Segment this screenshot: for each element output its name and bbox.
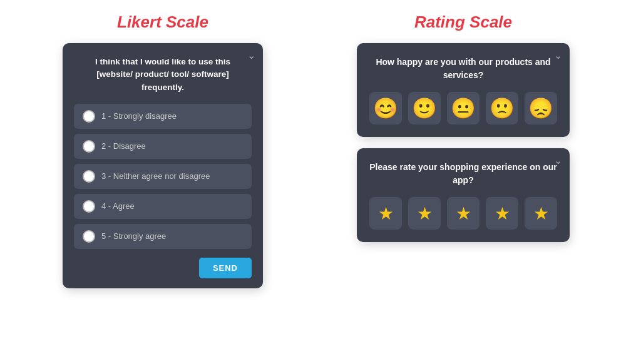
emoji-btn-4[interactable]: 🙁 [486,92,518,124]
option-4-label: 4 - Agree [101,201,135,211]
rating-section: Rating Scale ⌄ How happy are you with ou… [326,13,601,351]
likert-question: I think that I would like to use this [w… [74,56,252,94]
option-5[interactable]: 5 - Strongly agree [74,224,252,249]
likert-title: Likert Scale [117,13,208,32]
star-rating-card: ⌄ Please rate your shopping experience o… [357,148,570,242]
radio-circle-4 [83,200,95,213]
emoji-btn-1[interactable]: 😊 [369,92,402,124]
option-2[interactable]: 2 - Disagree [74,134,252,159]
rating-title: Rating Scale [414,13,512,32]
radio-circle-5 [83,230,95,243]
likert-section: Likert Scale ⌄ I think that I would like… [25,13,300,351]
emoji-card-chevron-icon: ⌄ [554,49,562,61]
option-3[interactable]: 3 - Neither agree nor disagree [74,164,252,189]
star-btn-3[interactable]: ★ [447,197,480,230]
option-4[interactable]: 4 - Agree [74,194,252,219]
send-btn-container: SEND [74,258,252,278]
star-btn-4[interactable]: ★ [486,197,518,230]
star-btn-2[interactable]: ★ [408,197,441,230]
emoji-question: How happy are you with our products and … [368,56,558,82]
star-question: Please rate your shopping experience on … [368,161,558,187]
emoji-btn-2[interactable]: 🙂 [408,92,441,124]
radio-circle-3 [83,170,95,183]
star-card-chevron-icon: ⌄ [554,154,562,166]
emoji-rating-card: ⌄ How happy are you with our products an… [357,43,570,137]
emoji-row: 😊 🙂 😐 🙁 😞 [368,92,558,124]
radio-circle-2 [83,140,95,153]
option-2-label: 2 - Disagree [101,141,146,151]
emoji-btn-3[interactable]: 😐 [447,92,480,124]
emoji-btn-5[interactable]: 😞 [525,92,557,124]
rating-cards-container: ⌄ How happy are you with our products an… [357,43,570,242]
star-btn-5[interactable]: ★ [525,197,557,230]
radio-circle-1 [83,110,95,123]
star-btn-1[interactable]: ★ [369,197,402,230]
likert-card: ⌄ I think that I would like to use this … [63,43,263,288]
star-row: ★ ★ ★ ★ ★ [368,197,558,230]
option-1[interactable]: 1 - Strongly disagree [74,104,252,129]
chevron-icon: ⌄ [247,49,255,61]
main-container: Likert Scale ⌄ I think that I would like… [0,0,626,364]
option-5-label: 5 - Strongly agree [101,231,166,241]
option-1-label: 1 - Strongly disagree [101,111,177,121]
send-button[interactable]: SEND [199,258,252,278]
option-3-label: 3 - Neither agree nor disagree [101,171,210,181]
